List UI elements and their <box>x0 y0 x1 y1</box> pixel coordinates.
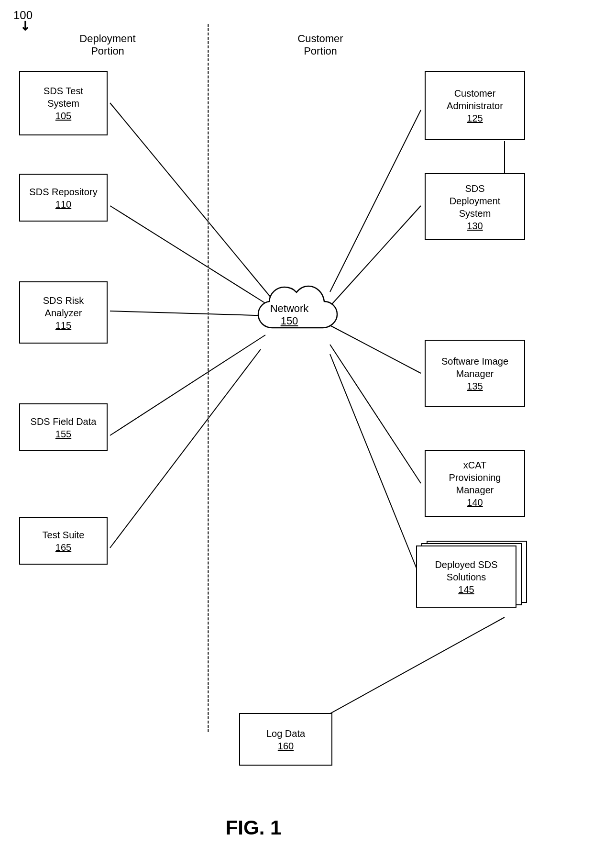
sds-deployment-system-box: SDSDeploymentSystem 130 <box>425 173 525 240</box>
svg-line-7 <box>330 345 421 483</box>
sds-repository-title: SDS Repository <box>29 186 97 198</box>
xcat-provisioning-box: xCATProvisioningManager 140 <box>425 450 525 517</box>
svg-line-9 <box>330 110 421 292</box>
deployed-sds-num: 145 <box>458 584 474 595</box>
customer-admin-num: 125 <box>467 113 483 124</box>
sds-repository-box: SDS Repository 110 <box>19 174 108 222</box>
svg-line-4 <box>110 349 261 548</box>
log-data-title: Log Data <box>266 727 305 740</box>
sds-field-data-box: SDS Field Data 155 <box>19 403 108 451</box>
deployed-sds-stack: Deployed SDSSolutions 145 <box>416 545 516 608</box>
sds-repository-num: 110 <box>55 199 71 210</box>
xcat-provisioning-num: 140 <box>467 497 483 508</box>
log-data-num: 160 <box>278 741 294 752</box>
network-cloud: Network 150 <box>234 273 344 354</box>
software-image-manager-num: 135 <box>467 381 483 392</box>
diagram: 100 ↘ DeploymentPortion CustomerPortion … <box>0 0 593 868</box>
customer-admin-box: CustomerAdministrator 125 <box>425 71 525 140</box>
test-suite-title: Test Suite <box>43 529 85 541</box>
software-image-manager-box: Software ImageManager 135 <box>425 340 525 407</box>
customer-admin-title: CustomerAdministrator <box>447 87 503 112</box>
test-suite-num: 165 <box>55 542 71 553</box>
division-line <box>208 24 209 732</box>
sds-risk-analyzer-title: SDS RiskAnalyzer <box>43 294 84 319</box>
software-image-manager-title: Software ImageManager <box>441 355 508 380</box>
svg-line-8 <box>330 354 421 579</box>
sds-risk-analyzer-box: SDS RiskAnalyzer 115 <box>19 281 108 344</box>
sds-field-data-num: 155 <box>55 429 71 440</box>
sds-field-data-title: SDS Field Data <box>31 415 97 428</box>
sds-deployment-system-num: 130 <box>467 221 483 232</box>
sds-test-system-num: 105 <box>55 111 71 122</box>
deployed-sds-box: Deployed SDSSolutions 145 <box>416 545 516 608</box>
xcat-provisioning-title: xCATProvisioningManager <box>449 459 501 496</box>
log-data-box: Log Data 160 <box>239 713 332 766</box>
deployment-section-label: DeploymentPortion <box>69 33 146 57</box>
deployed-sds-title: Deployed SDSSolutions <box>435 558 497 583</box>
figure-label: FIG. 1 <box>182 816 325 839</box>
test-suite-box: Test Suite 165 <box>19 517 108 565</box>
sds-deployment-system-title: SDSDeploymentSystem <box>450 182 501 220</box>
customer-section-label: CustomerPortion <box>282 33 359 57</box>
sds-test-system-title: SDS TestSystem <box>44 85 83 110</box>
sds-test-system-box: SDS TestSystem 105 <box>19 71 108 135</box>
svg-line-0 <box>110 103 270 297</box>
sds-risk-analyzer-num: 115 <box>55 320 71 331</box>
network-label: Network 150 <box>234 302 344 327</box>
